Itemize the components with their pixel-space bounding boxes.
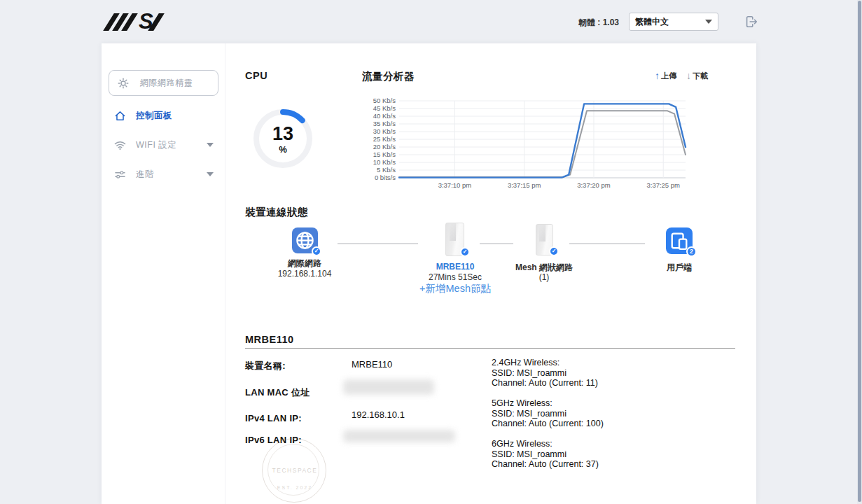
sliders-icon	[114, 169, 126, 180]
internet-node[interactable]: ✓	[292, 227, 318, 253]
legend-download-label: 下載	[693, 71, 708, 81]
logout-icon	[744, 14, 759, 29]
cpu-value: 13	[251, 123, 315, 145]
wireless-channel: Channel: Auto (Current: 37)	[492, 459, 599, 470]
mesh-node[interactable]: ✓	[536, 224, 553, 255]
watermark-center-text: TECHSPACE	[263, 467, 327, 474]
chevron-down-icon	[207, 172, 214, 176]
upload-arrow-icon: ↑	[655, 70, 660, 81]
svg-text:15 Kb/s: 15 Kb/s	[373, 150, 396, 158]
home-icon	[114, 110, 126, 122]
msi-logo: S	[109, 11, 162, 32]
legend-upload-label: 上傳	[661, 71, 676, 81]
logout-button[interactable]	[744, 14, 759, 29]
sidebar-item-label: 進階	[136, 169, 154, 181]
wireless-info-24ghz: 2.4GHz Wireless: SSID: MSI_roammi Channe…	[492, 358, 598, 388]
download-arrow-icon: ↓	[686, 70, 691, 81]
wireless-channel: Channel: Auto (Current: 11)	[492, 378, 598, 388]
traffic-legend: ↑ 上傳 ↓ 下載	[655, 70, 708, 81]
language-selected-label: 繁體中文	[635, 16, 669, 28]
check-badge-icon: ✓	[549, 246, 559, 256]
wifi-icon	[114, 140, 126, 150]
svg-text:30 Kb/s: 30 Kb/s	[373, 127, 396, 135]
cpu-gauge: 13 %	[251, 106, 315, 171]
main-panel: 網際網路精靈 控制面板 WIFI 設定 進階	[102, 43, 756, 504]
internet-node-ip: 192.168.1.104	[263, 269, 347, 279]
mesh-node-count: (1)	[502, 272, 586, 282]
clients-count-badge: 2	[686, 246, 697, 257]
gear-icon	[118, 78, 129, 89]
check-badge-icon: ✓	[460, 247, 470, 257]
router-node-uptime: 27Mins 51Sec	[413, 272, 497, 282]
svg-text:20 Kb/s: 20 Kb/s	[373, 143, 396, 150]
svg-text:5 Kb/s: 5 Kb/s	[377, 166, 396, 174]
watermark-bottom-text: EST. 2022	[263, 485, 327, 490]
wireless-band: 5GHz Wireless:	[492, 398, 604, 409]
wireless-ssid: SSID: MSI_roammi	[492, 449, 599, 460]
details-title: MRBE110	[245, 334, 294, 345]
detail-value: MRBE110	[352, 359, 392, 370]
sidebar-item-label: WIFI 設定	[136, 139, 176, 151]
firmware-version: 韌體 : 1.03	[578, 17, 619, 29]
svg-text:40 Kb/s: 40 Kb/s	[373, 112, 396, 120]
router-node-label: MRBE110	[413, 262, 497, 272]
svg-text:3:37:10 pm: 3:37:10 pm	[438, 181, 472, 189]
chevron-down-icon	[207, 143, 214, 147]
router-node[interactable]: ✓	[445, 223, 464, 256]
scrollbar-track[interactable]	[857, 0, 862, 504]
divider	[245, 348, 735, 349]
wireless-ssid: SSID: MSI_roammi	[492, 409, 604, 419]
traffic-chart: 50 Kb/s45 Kb/s40 Kb/s35 Kb/s30 Kb/s25 Kb…	[371, 97, 695, 190]
redacted-mac-value	[343, 379, 434, 395]
top-bar: S 韌體 : 1.03 繁體中文	[0, 0, 862, 43]
clients-node[interactable]: 2	[666, 227, 693, 254]
wireless-info-5ghz: 5GHz Wireless: SSID: MSI_roammi Channel:…	[492, 398, 604, 429]
detail-label: LAN MAC 位址	[245, 386, 310, 399]
connector-line	[480, 243, 513, 244]
internet-node-label: 網際網路	[263, 258, 347, 270]
sidebar-item-advanced[interactable]: 進階	[109, 164, 219, 185]
detail-label: IPv4 LAN IP:	[245, 413, 302, 424]
wireless-ssid: SSID: MSI_roammi	[492, 368, 598, 379]
svg-text:0 bits/s: 0 bits/s	[375, 174, 396, 181]
wireless-band: 6GHz Wireless:	[492, 439, 599, 449]
traffic-title: 流量分析器	[362, 70, 415, 83]
svg-text:10 Kb/s: 10 Kb/s	[373, 158, 396, 166]
svg-text:3:37:20 pm: 3:37:20 pm	[577, 181, 611, 189]
techspace-watermark: TECHSPACE EST. 2022	[262, 438, 326, 503]
detail-label: 裝置名稱:	[245, 360, 286, 372]
wireless-band: 2.4GHz Wireless:	[492, 358, 598, 368]
svg-text:3:37:25 pm: 3:37:25 pm	[646, 181, 680, 189]
svg-text:45 Kb/s: 45 Kb/s	[373, 104, 396, 112]
redacted-ipv6-value	[343, 430, 455, 442]
chevron-down-icon	[705, 20, 712, 24]
scrollbar-thumb[interactable]	[858, 1, 861, 502]
sidebar-item-wifi-settings[interactable]: WIFI 設定	[109, 134, 219, 155]
language-dropdown[interactable]: 繁體中文	[629, 13, 718, 31]
cpu-unit: %	[251, 144, 315, 155]
internet-wizard-label: 網際網路精靈	[140, 77, 193, 89]
clients-node-label: 用戶端	[637, 262, 721, 274]
wireless-info-6ghz: 6GHz Wireless: SSID: MSI_roammi Channel:…	[492, 439, 599, 470]
detail-value: 192.168.10.1	[352, 410, 405, 420]
check-badge-icon: ✓	[312, 246, 321, 256]
svg-text:3:37:15 pm: 3:37:15 pm	[508, 181, 541, 189]
svg-text:50 Kb/s: 50 Kb/s	[373, 97, 396, 104]
svg-text:25 Kb/s: 25 Kb/s	[373, 135, 396, 143]
device-status-title: 裝置連線狀態	[245, 206, 308, 219]
cpu-title: CPU	[245, 70, 267, 81]
connector-line	[569, 243, 645, 244]
connector-line	[338, 243, 418, 244]
svg-text:35 Kb/s: 35 Kb/s	[373, 120, 396, 127]
sidebar-item-label: 控制面板	[136, 110, 172, 122]
sidebar-item-dashboard[interactable]: 控制面板	[109, 105, 219, 126]
sidebar: 網際網路精靈 控制面板 WIFI 設定 進階	[102, 43, 225, 504]
internet-wizard-button[interactable]: 網際網路精靈	[109, 70, 218, 96]
wireless-channel: Channel: Auto (Current: 100)	[492, 419, 604, 429]
add-mesh-node-link[interactable]: +新增Mesh節點	[403, 282, 508, 295]
